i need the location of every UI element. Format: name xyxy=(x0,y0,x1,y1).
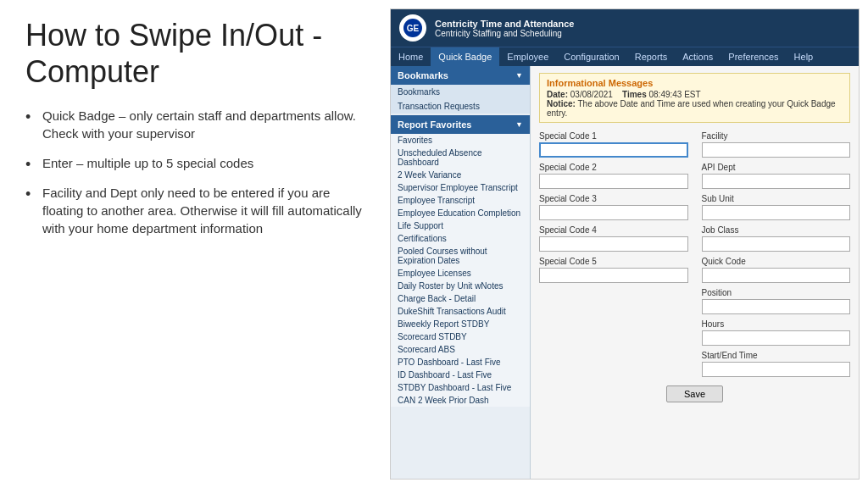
api-dept-label: API Dept xyxy=(702,163,851,172)
special-code-1-input[interactable] xyxy=(539,142,688,158)
quick-code-input[interactable] xyxy=(702,268,851,283)
nav-reports[interactable]: Reports xyxy=(627,47,676,66)
report-item-employee-transcript[interactable]: Employee Transcript xyxy=(391,194,530,207)
info-box: Informational Messages Date: 03/08/2021 … xyxy=(539,73,850,123)
special-code-3-label: Special Code 3 xyxy=(539,194,688,203)
report-item-pto-dashboard[interactable]: PTO Dashboard - Last Five xyxy=(391,356,530,369)
time-label: Times xyxy=(622,90,647,99)
special-code-1-field: Special Code 1 xyxy=(539,131,688,158)
api-dept-input[interactable] xyxy=(702,174,851,189)
bullet-item-2: Enter – multiple up to 5 special codes xyxy=(25,154,364,172)
bookmarks-section: Bookmarks ▼ Bookmarks Transaction Reques… xyxy=(391,66,530,114)
info-box-date: Date: 03/08/2021 Times 08:49:43 EST xyxy=(547,90,843,99)
sidebar-bookmarks-item[interactable]: Bookmarks xyxy=(391,85,530,99)
left-panel: How to Swipe In/Out - Computer Quick Bad… xyxy=(0,0,390,488)
bullet-list: Quick Badge – only certain staff and dep… xyxy=(25,107,364,237)
special-code-4-field: Special Code 4 xyxy=(539,225,688,252)
special-code-2-field: Special Code 2 xyxy=(539,163,688,189)
save-btn-row: Save xyxy=(539,385,850,402)
date-label: Date: xyxy=(547,90,568,99)
info-box-notice: Notice: The above Date and Time are used… xyxy=(547,99,843,118)
form-left-col: Special Code 1 Special Code 2 Special Co… xyxy=(539,131,688,377)
position-input[interactable] xyxy=(702,299,851,314)
facility-label: Facility xyxy=(702,131,851,141)
report-item-scorecard-abs[interactable]: Scorecard ABS xyxy=(391,343,530,356)
report-favorites-arrow: ▼ xyxy=(515,120,523,129)
sub-unit-label: Sub Unit xyxy=(702,194,851,203)
nav-actions[interactable]: Actions xyxy=(675,47,721,66)
time-value: 08:49:43 EST xyxy=(649,90,701,99)
special-code-2-label: Special Code 2 xyxy=(539,163,688,172)
report-item-biweekly[interactable]: Biweekly Report STDBY xyxy=(391,318,530,330)
report-item-education[interactable]: Employee Education Completion xyxy=(391,207,530,219)
notice-text: The above Date and Time are used when cr… xyxy=(547,99,836,118)
sidebar-transaction-item[interactable]: Transaction Requests xyxy=(391,99,530,114)
hours-label: Hours xyxy=(702,319,851,329)
special-code-3-input[interactable] xyxy=(539,205,688,220)
facility-input[interactable] xyxy=(702,142,851,158)
special-code-2-input[interactable] xyxy=(539,174,688,189)
svg-text:GE: GE xyxy=(407,24,420,33)
job-class-input[interactable] xyxy=(702,236,851,252)
report-item-stdby-dashboard[interactable]: STDBY Dashboard - Last Five xyxy=(391,381,530,394)
special-code-1-label: Special Code 1 xyxy=(539,131,688,141)
hours-field: Hours xyxy=(702,319,851,346)
report-favorites-header[interactable]: Report Favorites ▼ xyxy=(391,115,530,134)
bookmarks-arrow: ▼ xyxy=(515,71,523,80)
app-panel: GE Centricity Time and Attendance Centri… xyxy=(390,8,860,480)
report-item-chargeback[interactable]: Charge Back - Detail xyxy=(391,292,530,305)
main-content: Bookmarks ▼ Bookmarks Transaction Reques… xyxy=(391,66,859,479)
position-label: Position xyxy=(702,288,851,297)
start-end-time-label: Start/End Time xyxy=(702,351,851,360)
report-item-unscheduled[interactable]: Unscheduled Absence Dashboard xyxy=(391,147,530,169)
report-item-lifesupport[interactable]: Life Support xyxy=(391,219,530,232)
hours-input[interactable] xyxy=(702,330,851,346)
report-item-dukeshift[interactable]: DukeShift Transactions Audit xyxy=(391,305,530,318)
position-field: Position xyxy=(702,288,851,314)
api-dept-field: API Dept xyxy=(702,163,851,189)
app-title: Centricity Time and Attendance xyxy=(435,19,574,29)
date-value: 03/08/2021 xyxy=(570,90,613,99)
start-end-time-input[interactable] xyxy=(702,362,851,377)
nav-configuration[interactable]: Configuration xyxy=(556,47,626,66)
form-area: Special Code 1 Special Code 2 Special Co… xyxy=(539,131,850,377)
save-button[interactable]: Save xyxy=(666,385,723,402)
report-item-2week[interactable]: 2 Week Variance xyxy=(391,169,530,181)
report-item-supervisor[interactable]: Supervisor Employee Transcript xyxy=(391,181,530,194)
job-class-label: Job Class xyxy=(702,225,851,235)
nav-help[interactable]: Help xyxy=(787,47,821,66)
report-item-scorecard-stdby[interactable]: Scorecard STDBY xyxy=(391,330,530,343)
sub-unit-field: Sub Unit xyxy=(702,194,851,220)
job-class-field: Job Class xyxy=(702,225,851,252)
nav-home[interactable]: Home xyxy=(391,47,431,66)
quick-code-field: Quick Code xyxy=(702,257,851,283)
sub-unit-input[interactable] xyxy=(702,205,851,220)
nav-quickbadge[interactable]: Quick Badge xyxy=(431,47,499,66)
app-header: GE Centricity Time and Attendance Centri… xyxy=(391,9,859,47)
nav-employee[interactable]: Employee xyxy=(499,47,556,66)
report-item-daily-roster[interactable]: Daily Roster by Unit wNotes xyxy=(391,280,530,292)
report-item-pooled[interactable]: Pooled Courses without Expiration Dates xyxy=(391,245,530,267)
special-code-3-field: Special Code 3 xyxy=(539,194,688,220)
special-code-5-label: Special Code 5 xyxy=(539,257,688,266)
start-end-time-field: Start/End Time xyxy=(702,351,851,377)
special-code-4-input[interactable] xyxy=(539,236,688,252)
app-header-text: Centricity Time and Attendance Centricit… xyxy=(435,19,574,38)
nav-preferences[interactable]: Preferences xyxy=(721,47,786,66)
notice-label: Notice: xyxy=(547,99,576,108)
form-right-col: Facility API Dept Sub Unit Job Class xyxy=(702,131,851,377)
report-item-can[interactable]: CAN 2 Week Prior Dash xyxy=(391,394,530,407)
special-code-5-input[interactable] xyxy=(539,268,688,283)
main-title: How to Swipe In/Out - Computer xyxy=(25,17,364,90)
report-favorites-section: Report Favorites ▼ Favorites Unscheduled… xyxy=(391,115,530,407)
facility-field: Facility xyxy=(702,131,851,158)
report-item-favorites[interactable]: Favorites xyxy=(391,134,530,147)
report-item-licenses[interactable]: Employee Licenses xyxy=(391,267,530,280)
report-item-certifications[interactable]: Certifications xyxy=(391,232,530,245)
bullet-item-3: Facility and Dept only need to be entere… xyxy=(25,184,364,237)
bookmarks-header[interactable]: Bookmarks ▼ xyxy=(391,66,530,85)
ge-logo: GE xyxy=(399,14,426,42)
bullet-item-1: Quick Badge – only certain staff and dep… xyxy=(25,107,364,142)
nav-bar: Home Quick Badge Employee Configuration … xyxy=(391,47,859,66)
report-item-id-dashboard[interactable]: ID Dashboard - Last Five xyxy=(391,369,530,381)
